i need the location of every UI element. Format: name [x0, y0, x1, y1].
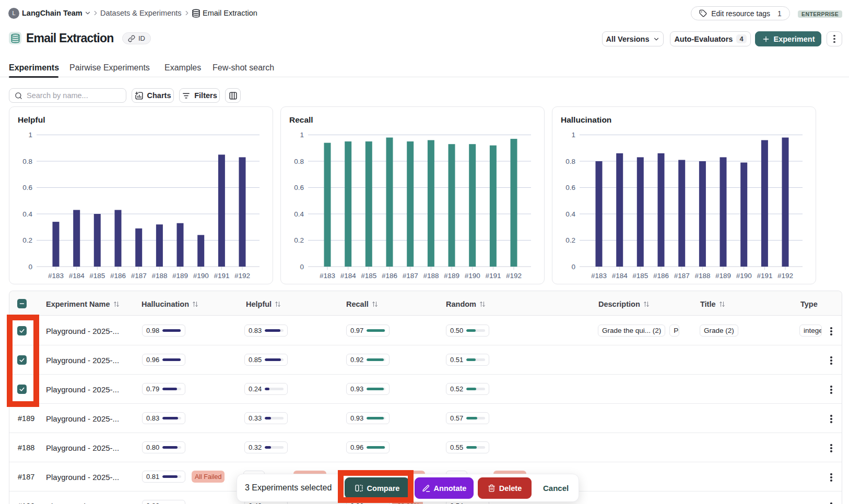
- svg-text:0.8: 0.8: [565, 158, 575, 165]
- svg-text:#187: #187: [131, 272, 147, 280]
- svg-text:0: 0: [300, 263, 304, 271]
- svg-text:#185: #185: [632, 272, 648, 280]
- svg-text:#188: #188: [151, 272, 167, 280]
- svg-text:#192: #192: [506, 272, 522, 280]
- svg-text:#191: #191: [214, 272, 229, 280]
- svg-text:#191: #191: [757, 272, 772, 280]
- svg-text:#186: #186: [653, 272, 669, 280]
- svg-text:#192: #192: [777, 272, 793, 280]
- svg-text:0.6: 0.6: [22, 184, 32, 191]
- svg-text:#189: #189: [715, 272, 731, 280]
- svg-text:#189: #189: [444, 272, 459, 280]
- svg-text:#186: #186: [382, 272, 397, 280]
- svg-text:1: 1: [300, 131, 304, 139]
- svg-text:#190: #190: [193, 272, 209, 280]
- svg-text:#187: #187: [403, 272, 418, 280]
- svg-text:#184: #184: [340, 272, 357, 280]
- svg-text:1: 1: [571, 131, 575, 139]
- svg-text:0.6: 0.6: [565, 184, 575, 191]
- svg-text:Helpful: Helpful: [18, 115, 45, 124]
- svg-text:#185: #185: [361, 272, 376, 280]
- svg-text:0.4: 0.4: [565, 210, 575, 218]
- svg-text:0.4: 0.4: [22, 210, 32, 218]
- svg-text:Hallucination: Hallucination: [561, 115, 611, 124]
- svg-text:#187: #187: [674, 272, 690, 280]
- svg-text:#190: #190: [465, 272, 480, 280]
- svg-text:1: 1: [28, 131, 32, 139]
- svg-text:#188: #188: [423, 272, 439, 280]
- svg-text:0.8: 0.8: [294, 158, 304, 165]
- svg-text:#189: #189: [172, 272, 188, 280]
- svg-text:0.6: 0.6: [294, 184, 304, 191]
- svg-text:#184: #184: [69, 272, 85, 280]
- svg-text:#188: #188: [694, 272, 710, 280]
- svg-text:#186: #186: [110, 272, 126, 280]
- svg-text:#191: #191: [485, 272, 501, 280]
- svg-text:0.2: 0.2: [294, 236, 304, 244]
- svg-text:#192: #192: [234, 272, 250, 280]
- svg-text:#185: #185: [89, 272, 105, 280]
- svg-text:#183: #183: [320, 272, 335, 280]
- svg-text:#184: #184: [612, 272, 628, 280]
- svg-text:Recall: Recall: [289, 115, 313, 124]
- svg-text:0: 0: [571, 263, 575, 271]
- svg-text:#183: #183: [591, 272, 607, 280]
- svg-text:0.4: 0.4: [294, 210, 304, 218]
- svg-text:0: 0: [28, 263, 32, 271]
- svg-text:#183: #183: [48, 272, 64, 280]
- svg-text:0.8: 0.8: [22, 158, 32, 165]
- svg-text:#190: #190: [736, 272, 752, 280]
- svg-text:0.2: 0.2: [22, 236, 32, 244]
- svg-text:0.2: 0.2: [565, 236, 575, 244]
